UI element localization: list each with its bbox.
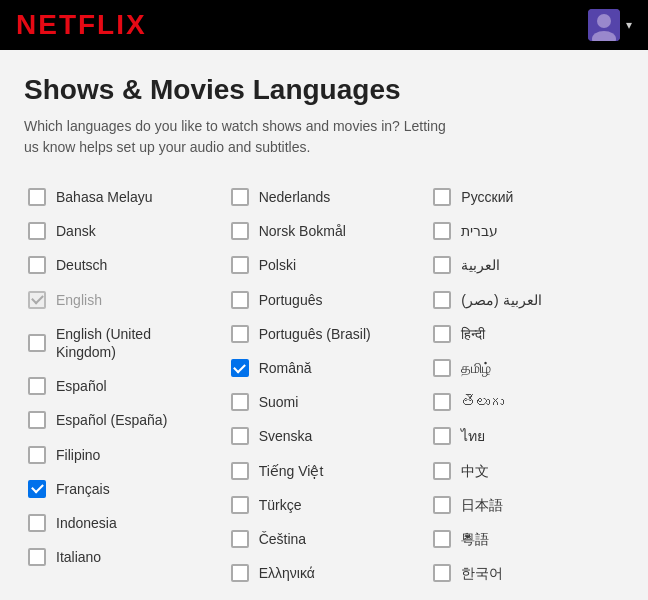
lang-item-ellinika[interactable]: Ελληνικά: [227, 556, 422, 590]
lang-item-turkce[interactable]: Türkçe: [227, 488, 422, 522]
lang-item-nederlands[interactable]: Nederlands: [227, 180, 422, 214]
checkbox-russian[interactable]: [433, 188, 451, 206]
header: NETFLIX ▾: [0, 0, 648, 50]
checkbox-english-uk[interactable]: [28, 334, 46, 352]
lang-item-norsk-bokmal[interactable]: Norsk Bokmål: [227, 214, 422, 248]
lang-item-hebrew[interactable]: עברית: [429, 214, 624, 248]
lang-label-arabic: العربية: [461, 256, 500, 274]
lang-label-svenska: Svenska: [259, 427, 313, 445]
lang-item-tamil[interactable]: தமிழ்: [429, 351, 624, 385]
checkbox-japanese[interactable]: [433, 496, 451, 514]
lang-item-cantonese[interactable]: 粵語: [429, 522, 624, 556]
lang-item-thai[interactable]: ไทย: [429, 419, 624, 453]
checkbox-turkce[interactable]: [231, 496, 249, 514]
lang-label-nederlands: Nederlands: [259, 188, 331, 206]
lang-label-cantonese: 粵語: [461, 530, 489, 548]
lang-label-dansk: Dansk: [56, 222, 96, 240]
lang-item-arabic-egypt[interactable]: العربية (مصر): [429, 283, 624, 317]
checkbox-espanol-espana[interactable]: [28, 411, 46, 429]
lang-item-russian[interactable]: Русский: [429, 180, 624, 214]
lang-label-telugu: తెలుగు: [461, 393, 504, 411]
checkbox-korean[interactable]: [433, 564, 451, 582]
dropdown-arrow-icon[interactable]: ▾: [626, 18, 632, 32]
language-column-1: Bahasa MelayuDanskDeutschEnglishEnglish …: [24, 180, 219, 590]
language-grid: Bahasa MelayuDanskDeutschEnglishEnglish …: [24, 180, 624, 590]
checkbox-nederlands[interactable]: [231, 188, 249, 206]
lang-item-suomi[interactable]: Suomi: [227, 385, 422, 419]
checkbox-svenska[interactable]: [231, 427, 249, 445]
lang-label-cestina: Čeština: [259, 530, 306, 548]
lang-item-telugu[interactable]: తెలుగు: [429, 385, 624, 419]
lang-item-tieng-viet[interactable]: Tiếng Việt: [227, 454, 422, 488]
checkbox-francais[interactable]: [28, 480, 46, 498]
checkbox-hebrew[interactable]: [433, 222, 451, 240]
lang-item-chinese[interactable]: 中文: [429, 454, 624, 488]
checkbox-portugues-brasil[interactable]: [231, 325, 249, 343]
checkbox-deutsch[interactable]: [28, 256, 46, 274]
language-column-2: NederlandsNorsk BokmålPolskiPortuguêsPor…: [227, 180, 422, 590]
checkbox-cantonese[interactable]: [433, 530, 451, 548]
checkbox-bahasa-melayu[interactable]: [28, 188, 46, 206]
lang-item-romana[interactable]: Română: [227, 351, 422, 385]
checkbox-portugues[interactable]: [231, 291, 249, 309]
lang-item-deutsch[interactable]: Deutsch: [24, 248, 219, 282]
checkbox-thai[interactable]: [433, 427, 451, 445]
lang-item-espanol-espana[interactable]: Español (España): [24, 403, 219, 437]
lang-label-chinese: 中文: [461, 462, 489, 480]
checkbox-telugu[interactable]: [433, 393, 451, 411]
lang-item-espanol[interactable]: Español: [24, 369, 219, 403]
lang-label-bahasa-melayu: Bahasa Melayu: [56, 188, 153, 206]
lang-label-francais: Français: [56, 480, 110, 498]
lang-item-portugues-brasil[interactable]: Português (Brasil): [227, 317, 422, 351]
checkbox-filipino[interactable]: [28, 446, 46, 464]
lang-item-svenska[interactable]: Svenska: [227, 419, 422, 453]
checkbox-indonesia[interactable]: [28, 514, 46, 532]
lang-item-english[interactable]: English: [24, 283, 219, 317]
main-content: Shows & Movies Languages Which languages…: [0, 50, 648, 600]
lang-label-thai: ไทย: [461, 427, 485, 445]
header-right: ▾: [588, 9, 632, 41]
checkbox-romana[interactable]: [231, 359, 249, 377]
lang-item-korean[interactable]: 한국어: [429, 556, 624, 590]
checkbox-arabic-egypt[interactable]: [433, 291, 451, 309]
lang-label-hebrew: עברית: [461, 222, 498, 240]
lang-item-bahasa-melayu[interactable]: Bahasa Melayu: [24, 180, 219, 214]
checkbox-english[interactable]: [28, 291, 46, 309]
lang-item-portugues[interactable]: Português: [227, 283, 422, 317]
checkbox-ellinika[interactable]: [231, 564, 249, 582]
lang-label-japanese: 日本語: [461, 496, 503, 514]
lang-item-francais[interactable]: Français: [24, 472, 219, 506]
checkbox-tamil[interactable]: [433, 359, 451, 377]
checkbox-dansk[interactable]: [28, 222, 46, 240]
lang-label-indonesia: Indonesia: [56, 514, 117, 532]
checkbox-espanol[interactable]: [28, 377, 46, 395]
checkbox-italiano[interactable]: [28, 548, 46, 566]
lang-label-english-uk: English (United Kingdom): [56, 325, 215, 361]
checkbox-cestina[interactable]: [231, 530, 249, 548]
lang-item-english-uk[interactable]: English (United Kingdom): [24, 317, 219, 369]
checkbox-arabic[interactable]: [433, 256, 451, 274]
lang-item-hindi[interactable]: हिन्दी: [429, 317, 624, 351]
lang-item-japanese[interactable]: 日本語: [429, 488, 624, 522]
lang-item-arabic[interactable]: العربية: [429, 248, 624, 282]
lang-label-tieng-viet: Tiếng Việt: [259, 462, 324, 480]
lang-label-norsk-bokmal: Norsk Bokmål: [259, 222, 346, 240]
checkbox-tieng-viet[interactable]: [231, 462, 249, 480]
checkbox-norsk-bokmal[interactable]: [231, 222, 249, 240]
lang-item-cestina[interactable]: Čeština: [227, 522, 422, 556]
lang-label-polski: Polski: [259, 256, 296, 274]
lang-item-dansk[interactable]: Dansk: [24, 214, 219, 248]
lang-label-deutsch: Deutsch: [56, 256, 107, 274]
lang-label-english: English: [56, 291, 102, 309]
lang-item-filipino[interactable]: Filipino: [24, 438, 219, 472]
checkbox-chinese[interactable]: [433, 462, 451, 480]
lang-item-italiano[interactable]: Italiano: [24, 540, 219, 574]
checkbox-suomi[interactable]: [231, 393, 249, 411]
lang-label-arabic-egypt: العربية (مصر): [461, 291, 541, 309]
lang-item-indonesia[interactable]: Indonesia: [24, 506, 219, 540]
lang-label-hindi: हिन्दी: [461, 325, 485, 343]
avatar[interactable]: [588, 9, 620, 41]
checkbox-polski[interactable]: [231, 256, 249, 274]
lang-item-polski[interactable]: Polski: [227, 248, 422, 282]
checkbox-hindi[interactable]: [433, 325, 451, 343]
